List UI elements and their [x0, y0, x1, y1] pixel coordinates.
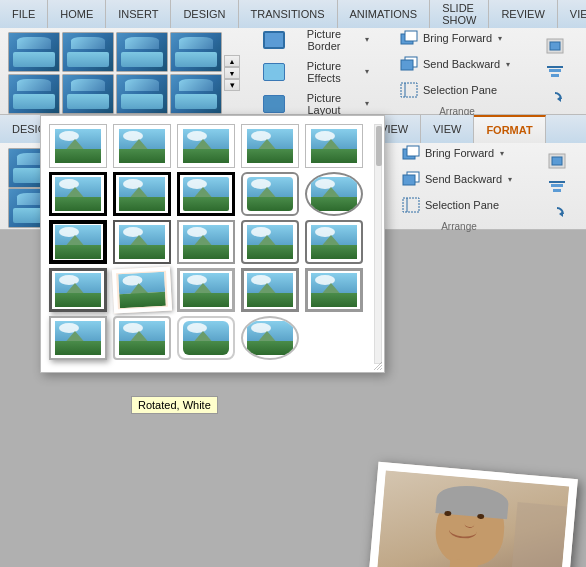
svg-rect-3: [401, 60, 413, 70]
gthumb-4[interactable]: [241, 124, 299, 168]
svg-rect-15: [403, 175, 415, 185]
svg-rect-7: [550, 42, 560, 50]
rotate-btn[interactable]: [530, 86, 580, 110]
position-btn[interactable]: [530, 34, 580, 58]
tab-bar-top: FILE HOME INSERT DESIGN TRANSITIONS ANIM…: [0, 0, 586, 28]
svg-line-26: [380, 368, 382, 370]
svg-rect-21: [551, 184, 563, 187]
ribbon-content-top: ▲ ▼ ▾ Picture Styles Picture Border ▾ Pi…: [0, 28, 586, 115]
photo-content: [363, 470, 569, 567]
pos-btn-b[interactable]: [532, 149, 582, 173]
gallery-expand[interactable]: ▾: [224, 79, 240, 91]
pic-style-8[interactable]: [170, 74, 222, 114]
gthumb-8[interactable]: [177, 172, 235, 216]
bring-forward-b-arrow: ▾: [500, 149, 504, 158]
svg-rect-1: [405, 31, 417, 41]
tab2-view[interactable]: VIEW: [421, 115, 474, 143]
position-icon-b: [547, 152, 567, 170]
svg-rect-9: [549, 69, 561, 72]
svg-rect-19: [552, 157, 562, 165]
gallery-up[interactable]: ▲: [224, 55, 240, 67]
gallery-arrow: ▲ ▼ ▾: [224, 55, 240, 91]
pic-style-3[interactable]: [116, 32, 168, 72]
gthumb-10[interactable]: [305, 172, 363, 216]
bring-forward-icon: [399, 29, 419, 47]
tab-animations[interactable]: ANIMATIONS: [338, 0, 431, 28]
gthumb-5[interactable]: [305, 124, 363, 168]
selection-pane-btn-b[interactable]: Selection Pane: [394, 193, 524, 217]
rotate-btn-b[interactable]: [532, 201, 582, 225]
pic-style-4[interactable]: [170, 32, 222, 72]
svg-rect-13: [407, 146, 419, 156]
picture-effects-btn[interactable]: Picture Effects ▾: [256, 57, 376, 87]
tab-transitions[interactable]: TRANSITIONS: [239, 0, 338, 28]
pic-style-7[interactable]: [116, 74, 168, 114]
position-icon: [545, 37, 565, 55]
send-backward-icon-b: [401, 170, 421, 188]
bring-forward-btn[interactable]: Bring Forward ▾: [392, 26, 522, 50]
gthumb-12[interactable]: [113, 220, 171, 264]
gthumb-2[interactable]: [113, 124, 171, 168]
align-icon: [545, 63, 565, 81]
gallery-resize-handle[interactable]: [372, 360, 382, 370]
photo-wrapper: [354, 462, 578, 567]
gallery-down[interactable]: ▼: [224, 67, 240, 79]
pic-tools: Picture Border ▾ Picture Effects ▾ Pictu…: [256, 32, 376, 111]
svg-rect-4: [401, 83, 417, 97]
ribbon-top: FILE HOME INSERT DESIGN TRANSITIONS ANIM…: [0, 0, 586, 115]
send-backward-btn-b[interactable]: Send Backward ▾: [394, 167, 524, 191]
pic-style-1[interactable]: [8, 32, 60, 72]
bring-forward-btn-b[interactable]: Bring Forward ▾: [394, 141, 524, 165]
gthumb-20[interactable]: [305, 268, 363, 312]
align-btn-b[interactable]: [532, 175, 582, 199]
svg-rect-16: [403, 198, 419, 212]
gthumb-23[interactable]: [177, 316, 235, 360]
gthumb-14[interactable]: [241, 220, 299, 264]
gthumb-13[interactable]: [177, 220, 235, 264]
gthumb-16[interactable]: [49, 268, 107, 312]
gthumb-18[interactable]: [177, 268, 235, 312]
rotate-icon-b: [547, 204, 567, 222]
selection-pane-btn[interactable]: Selection Pane: [392, 78, 522, 102]
arrange-section: Bring Forward ▾ Send Backward ▾: [392, 32, 522, 111]
gthumb-22[interactable]: [113, 316, 171, 360]
pic-style-5[interactable]: [8, 74, 60, 114]
send-backward-icon: [399, 55, 419, 73]
svg-marker-23: [559, 211, 563, 217]
gthumb-17-rotated-white[interactable]: [112, 267, 172, 314]
send-backward-btn[interactable]: Send Backward ▾: [392, 52, 522, 76]
tab-insert[interactable]: INSERT: [106, 0, 171, 28]
effects-icon: [263, 63, 285, 81]
gthumb-1[interactable]: [49, 124, 107, 168]
tab-design[interactable]: DESIGN: [171, 0, 238, 28]
gthumb-6[interactable]: [49, 172, 107, 216]
gthumb-19[interactable]: [241, 268, 299, 312]
picture-layout-btn[interactable]: Picture Layout ▾: [256, 89, 376, 119]
pic-style-2[interactable]: [62, 32, 114, 72]
align-icon-b: [547, 178, 567, 196]
send-backward-b-arrow: ▾: [508, 175, 512, 184]
tab-view[interactable]: VIEW: [558, 0, 586, 28]
tab-review[interactable]: REVIEW: [489, 0, 557, 28]
picture-border-btn[interactable]: Picture Border ▾: [256, 25, 376, 55]
gallery-dropdown: Rotated, White: [40, 115, 385, 373]
gallery-scrollbar[interactable]: [374, 124, 382, 364]
tab-home[interactable]: HOME: [48, 0, 106, 28]
send-backward-arrow: ▾: [506, 60, 510, 69]
tab-file[interactable]: FILE: [0, 0, 48, 28]
gthumb-21[interactable]: [49, 316, 107, 360]
gthumb-11[interactable]: [49, 220, 107, 264]
tab-slideshow[interactable]: SLIDE SHOW: [430, 0, 489, 28]
gthumb-9[interactable]: [241, 172, 299, 216]
pic-style-6[interactable]: [62, 74, 114, 114]
border-dropdown-arrow: ▾: [365, 35, 369, 44]
gthumb-15[interactable]: [305, 220, 363, 264]
gallery-grid: [49, 124, 376, 360]
gthumb-3[interactable]: [177, 124, 235, 168]
tab2-format[interactable]: FORMAT: [474, 115, 545, 143]
layout-dropdown-arrow: ▾: [365, 99, 369, 108]
arrange-label-bottom: Arrange: [394, 219, 524, 232]
align-btn[interactable]: [530, 60, 580, 84]
gthumb-7[interactable]: [113, 172, 171, 216]
gthumb-24[interactable]: [241, 316, 299, 360]
